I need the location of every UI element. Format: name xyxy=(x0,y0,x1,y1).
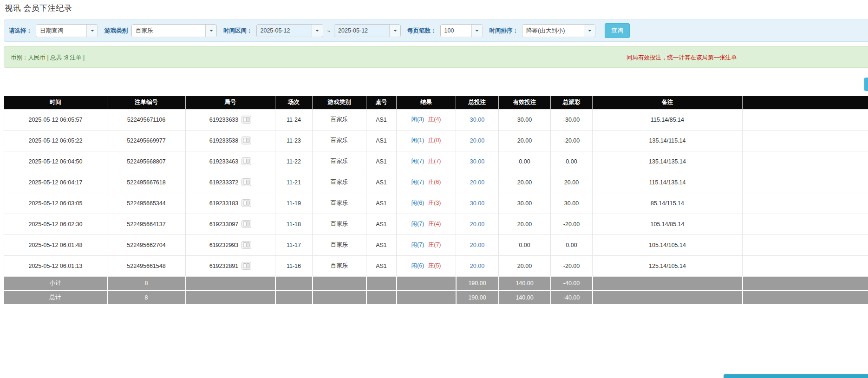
cell-total-bet: 30.00 xyxy=(456,193,499,214)
select-type-label: 请选择： xyxy=(9,27,32,35)
total-bet-link[interactable]: 20.00 xyxy=(470,179,484,186)
time-sort-dropdown-button[interactable] xyxy=(584,25,595,37)
cell-blank xyxy=(743,172,868,193)
table-row: 2025-05-12 06:02:30 522495664137 6192330… xyxy=(4,214,868,235)
page-size-input[interactable] xyxy=(441,25,471,37)
cell-payout: -20.00 xyxy=(551,255,593,276)
table-row: 2025-05-12 06:04:17 522495667618 6192333… xyxy=(4,172,868,193)
game-type-input[interactable] xyxy=(132,25,205,37)
cell-valid-bet: 30.00 xyxy=(499,193,551,214)
currency-summary-text: 币别：人民币 | 总共 :8 注单 | xyxy=(11,54,85,62)
cell-total-bet: 20.00 xyxy=(456,130,499,151)
cell-blank xyxy=(743,214,868,235)
cell-total-bet: 20.00 xyxy=(456,214,499,235)
result-player: 闲(3) xyxy=(411,116,424,123)
cell-round-id: 619232891 xyxy=(186,255,275,276)
round-detail-icon[interactable] xyxy=(241,220,251,228)
total-bet-link[interactable]: 20.00 xyxy=(470,137,484,144)
cell-session: 11-22 xyxy=(275,151,313,172)
chevron-down-icon xyxy=(91,30,94,32)
total-bet-link[interactable]: 20.00 xyxy=(470,263,484,269)
cell-remark: 115.14/135.14 xyxy=(593,172,743,193)
date-range-label: 时间区间： xyxy=(223,27,253,35)
game-type-dropdown-button[interactable] xyxy=(205,25,216,37)
cell-round-id: 619233538 xyxy=(186,130,275,151)
date-from-input[interactable] xyxy=(257,25,312,37)
table-row: 2025-05-12 06:01:13 522495661548 6192328… xyxy=(4,255,868,276)
cell-valid-bet: 20.00 xyxy=(499,172,551,193)
col-header-game-type: 游戏类别 xyxy=(313,96,366,109)
select-type-dropdown-button[interactable] xyxy=(86,25,98,37)
search-button[interactable]: 查询 xyxy=(605,23,630,38)
grand-total-valid-bet: 140.00 xyxy=(499,290,551,304)
result-banker: 庄(5) xyxy=(428,262,441,269)
cell-session: 11-17 xyxy=(275,235,313,255)
total-bet-link[interactable]: 20.00 xyxy=(470,221,484,228)
cell-payout: -20.00 xyxy=(551,214,593,235)
total-bet-link[interactable]: 20.00 xyxy=(470,242,484,248)
round-detail-icon[interactable] xyxy=(241,262,251,270)
time-sort-input[interactable] xyxy=(522,25,584,37)
total-bet-link[interactable]: 30.00 xyxy=(470,117,484,123)
result-player: 闲(1) xyxy=(411,137,424,143)
cell-table-no: AS1 xyxy=(366,109,397,130)
col-header-payout: 总派彩 xyxy=(551,96,593,109)
cell-time: 2025-05-12 06:03:05 xyxy=(4,193,107,214)
cell-blank xyxy=(743,109,868,130)
cell-session: 11-23 xyxy=(275,130,313,151)
select-type-input[interactable] xyxy=(36,25,86,37)
date-to-input[interactable] xyxy=(334,25,389,37)
cell-table-no: AS1 xyxy=(366,193,397,214)
result-player: 闲(6) xyxy=(411,200,424,206)
result-banker: 庄(7) xyxy=(428,158,441,164)
cell-table-no: AS1 xyxy=(366,255,397,276)
col-header-result: 结果 xyxy=(397,96,456,109)
cell-round-id: 619233463 xyxy=(186,151,275,172)
cell-game-type: 百家乐 xyxy=(313,214,366,235)
col-header-bet-id: 注单编号 xyxy=(107,96,186,109)
cell-valid-bet: 0.00 xyxy=(499,235,551,255)
cell-result: 闲(7) 庄(6) xyxy=(397,172,456,193)
subtotal-row: 小计 8 190.00 140.00 -40.00 xyxy=(4,276,868,290)
cell-table-no: AS1 xyxy=(366,130,397,151)
cell-table-no: AS1 xyxy=(366,214,397,235)
cell-blank xyxy=(743,130,868,151)
subtotal-count: 8 xyxy=(107,276,186,290)
round-detail-icon[interactable] xyxy=(241,241,251,249)
filter-bar: 请选择： 游戏类别 时间区间： ~ 每页笔数： 时间排序： xyxy=(4,20,868,42)
round-id-text: 619233633 xyxy=(209,117,239,123)
cell-valid-bet: 30.00 xyxy=(499,109,551,130)
time-sort-combo xyxy=(522,24,595,37)
cell-round-id: 619233097 xyxy=(186,214,275,235)
cell-total-bet: 20.00 xyxy=(456,255,499,276)
result-banker: 庄(7) xyxy=(428,241,441,248)
result-banker: 庄(4) xyxy=(428,116,441,123)
cell-result: 闲(6) 庄(3) xyxy=(397,193,456,214)
chevron-down-icon xyxy=(393,30,397,32)
table-row: 2025-05-12 06:05:22 522495669977 6192335… xyxy=(4,130,868,151)
bet-records-table: 时间 注单编号 局号 场次 游戏类别 桌号 结果 总投注 有效投注 总派彩 备注… xyxy=(4,96,868,304)
cell-payout: -30.00 xyxy=(551,109,593,130)
date-to-dropdown-button[interactable] xyxy=(389,25,400,37)
page-title: 视讯 会员下注纪录 xyxy=(5,3,72,13)
cell-table-no: AS1 xyxy=(366,172,397,193)
round-detail-icon[interactable] xyxy=(241,157,251,165)
page-size-dropdown-button[interactable] xyxy=(471,25,483,37)
cell-payout: 20.00 xyxy=(551,172,593,193)
cell-game-type: 百家乐 xyxy=(313,109,366,130)
chevron-down-icon xyxy=(209,30,213,32)
round-detail-icon[interactable] xyxy=(241,137,251,144)
cell-result: 闲(7) 庄(7) xyxy=(397,151,456,172)
game-type-combo xyxy=(131,24,217,37)
result-banker: 庄(6) xyxy=(428,179,441,185)
round-detail-icon[interactable] xyxy=(241,199,251,207)
bottom-widget-partial[interactable] xyxy=(724,374,868,378)
total-bet-link[interactable]: 30.00 xyxy=(470,200,484,207)
cell-payout: 0.00 xyxy=(551,235,593,255)
date-from-dropdown-button[interactable] xyxy=(312,25,323,37)
export-button-partial[interactable] xyxy=(864,78,868,91)
round-detail-icon[interactable] xyxy=(241,178,251,186)
total-bet-link[interactable]: 30.00 xyxy=(470,158,484,165)
chevron-down-icon xyxy=(475,30,479,32)
round-detail-icon[interactable] xyxy=(241,116,251,124)
